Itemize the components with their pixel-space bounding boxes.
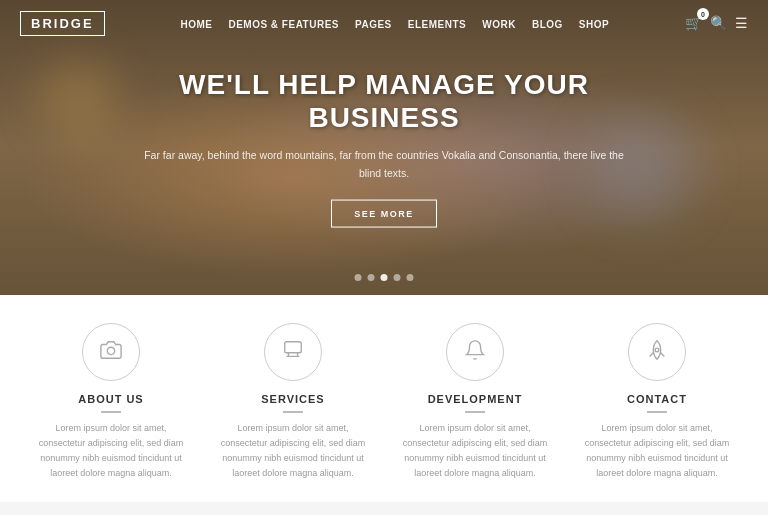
services-text: Lorem ipsum dolor sit amet, consectetur …: [213, 421, 373, 482]
cart-icon[interactable]: 🛒 0: [685, 14, 702, 32]
svg-point-0: [107, 347, 114, 354]
svg-point-2: [655, 348, 659, 352]
navbar: BRIDGE HOME DEMOS & FEATURES PAGES ELEME…: [0, 0, 768, 46]
hero-subtitle: Far far away, behind the word mountains,…: [134, 146, 634, 182]
about-us-text: Lorem ipsum dolor sit amet, consectetur …: [31, 421, 191, 482]
feature-services: SERVICES Lorem ipsum dolor sit amet, con…: [213, 323, 373, 482]
nav-item-work[interactable]: WORK: [482, 14, 516, 32]
development-text: Lorem ipsum dolor sit amet, consectetur …: [395, 421, 555, 482]
rocket-icon: [646, 339, 668, 366]
slider-dot-5[interactable]: [407, 274, 414, 281]
hero-title: WE'LL HELP MANAGE YOUR BUSINESS: [134, 67, 634, 134]
slider-dot-3[interactable]: [381, 274, 388, 281]
bell-icon: [464, 339, 486, 366]
nav-icon-group: 🛒 0 🔍 ☰: [685, 14, 748, 32]
slider-dots: [355, 274, 414, 281]
development-title: DEVELOPMENT: [395, 393, 555, 413]
features-section: ABOUT US Lorem ipsum dolor sit amet, con…: [0, 295, 768, 502]
nav-item-demos[interactable]: DEMOS & FEATURES: [228, 14, 339, 32]
nav-item-home[interactable]: HOME: [180, 14, 212, 32]
feature-about-us: ABOUT US Lorem ipsum dolor sit amet, con…: [31, 323, 191, 482]
slider-dot-4[interactable]: [394, 274, 401, 281]
development-icon-circle: [446, 323, 504, 381]
slider-dot-2[interactable]: [368, 274, 375, 281]
contact-title: CONTACT: [577, 393, 737, 413]
nav-item-shop[interactable]: SHOP: [579, 14, 609, 32]
services-icon-circle: [264, 323, 322, 381]
nav-item-elements[interactable]: ELEMENTS: [408, 14, 466, 32]
about-us-title: ABOUT US: [31, 393, 191, 413]
cart-count: 0: [697, 8, 709, 20]
nav-links: HOME DEMOS & FEATURES PAGES ELEMENTS WOR…: [180, 14, 609, 32]
menu-icon[interactable]: ☰: [735, 15, 748, 31]
services-title: SERVICES: [213, 393, 373, 413]
camera-icon: [100, 339, 122, 366]
nav-item-pages[interactable]: PAGES: [355, 14, 392, 32]
svg-rect-1: [285, 341, 302, 352]
logo[interactable]: BRIDGE: [20, 11, 105, 36]
chair-icon: [282, 339, 304, 366]
nav-item-blog[interactable]: BLOG: [532, 14, 563, 32]
hero-content: WE'LL HELP MANAGE YOUR BUSINESS Far far …: [134, 67, 634, 228]
hero-cta-button[interactable]: SEE MORE: [331, 200, 437, 228]
slider-dot-1[interactable]: [355, 274, 362, 281]
recent-work-section: OUR RECENT WORK: [0, 502, 768, 515]
contact-icon-circle: [628, 323, 686, 381]
about-us-icon-circle: [82, 323, 140, 381]
contact-text: Lorem ipsum dolor sit amet, consectetur …: [577, 421, 737, 482]
search-icon[interactable]: 🔍: [710, 15, 727, 31]
feature-development: DEVELOPMENT Lorem ipsum dolor sit amet, …: [395, 323, 555, 482]
feature-contact: CONTACT Lorem ipsum dolor sit amet, cons…: [577, 323, 737, 482]
